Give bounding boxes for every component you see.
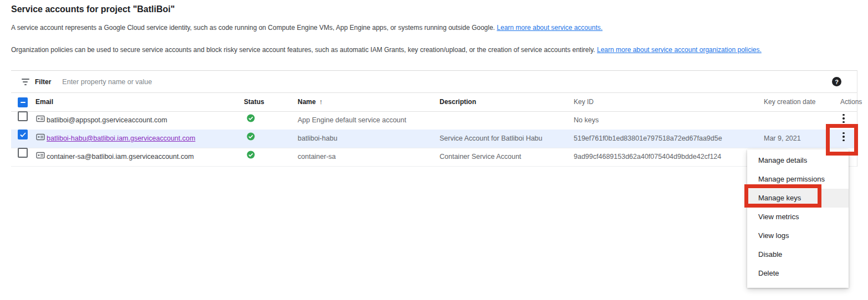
help-icon[interactable]: ?	[832, 77, 841, 86]
filter-input[interactable]	[61, 77, 832, 86]
sort-ascending-arrow-icon: ↑	[319, 97, 323, 106]
name-cell: App Engine default service account	[298, 111, 406, 130]
menu-item-view-logs[interactable]: View logs	[747, 226, 849, 245]
key-creation-date-cell: Mar 9, 2021	[764, 130, 801, 148]
table-header-row: Email Status Name↑ Description Key ID Ke…	[11, 92, 857, 112]
menu-item-view-metrics[interactable]: View metrics	[747, 208, 849, 226]
service-account-icon	[36, 111, 45, 130]
key-id-cell: 9ad99cf4689153d62a40f075404d9bdde42cf124	[574, 148, 721, 166]
header-key-id[interactable]: Key ID	[574, 92, 594, 111]
table-row: container-sa@batliboi.iam.gserviceaccoun…	[11, 148, 857, 167]
table-row: batliboi-habu@batliboi.iam.gserviceaccou…	[11, 130, 857, 148]
org-policy-text-body: Organization policies can be used to sec…	[11, 46, 597, 54]
kebab-icon	[837, 111, 850, 126]
email-link[interactable]: container-sa@batliboi.iam.gserviceaccoun…	[47, 148, 194, 166]
page-title: Service accounts for project "BatliBoi"	[11, 4, 175, 14]
kebab-icon	[837, 130, 850, 144]
service-account-icon	[36, 148, 45, 166]
filter-bar: Filter ?	[11, 71, 857, 93]
description-cell: Container Service Account	[440, 148, 521, 166]
learn-more-org-policies-link[interactable]: Learn more about service account organiz…	[597, 46, 762, 54]
service-account-icon	[36, 130, 45, 148]
header-email[interactable]: Email	[35, 92, 53, 111]
table-row: batliboi@appspot.gserviceaccount.com App…	[11, 111, 857, 130]
menu-item-manage-keys[interactable]: Manage keys	[747, 189, 849, 208]
menu-item-manage-permissions[interactable]: Manage permissions	[747, 170, 849, 189]
key-id-cell: No keys	[574, 111, 599, 130]
filter-icon[interactable]	[21, 77, 29, 86]
email-link[interactable]: batliboi-habu@batliboi.iam.gserviceaccou…	[47, 130, 195, 148]
learn-more-service-accounts-link[interactable]: Learn more about service accounts.	[497, 24, 603, 32]
email-link[interactable]: batliboi@appspot.gserviceaccount.com	[47, 111, 167, 130]
filter-label: Filter	[35, 78, 51, 86]
header-description[interactable]: Description	[440, 92, 476, 111]
checkmark-icon	[20, 132, 26, 137]
menu-item-delete[interactable]: Delete	[747, 264, 849, 283]
intro-text-body: A service account represents a Google Cl…	[11, 24, 497, 32]
row-actions-button[interactable]	[837, 130, 850, 144]
row-checkbox[interactable]	[18, 111, 28, 121]
row-actions-button[interactable]	[837, 111, 850, 126]
status-active-icon	[247, 111, 255, 130]
select-all-checkbox[interactable]	[18, 97, 28, 107]
status-active-icon	[247, 148, 255, 166]
menu-item-disable[interactable]: Disable	[747, 245, 849, 264]
name-cell: batliboi-habu	[298, 130, 338, 148]
header-status[interactable]: Status	[244, 92, 264, 111]
header-name[interactable]: Name↑	[298, 92, 323, 111]
description-cell: Service Account for Batliboi Habu	[440, 130, 543, 148]
row-actions-context-menu: Manage details Manage permissions Manage…	[747, 149, 849, 288]
header-key-creation-date[interactable]: Key creation date	[764, 92, 815, 111]
org-policy-text: Organization policies can be used to sec…	[11, 46, 762, 54]
name-cell: container-sa	[298, 148, 336, 166]
header-actions: Actions	[840, 92, 862, 111]
service-accounts-table-card: Filter ? Email Status Name↑ Description …	[11, 70, 857, 167]
key-id-cell: 519ef761f0b1ed83801e797518a72ed67faa9d5e	[574, 130, 722, 148]
intro-text: A service account represents a Google Cl…	[11, 24, 603, 32]
menu-item-manage-details[interactable]: Manage details	[747, 151, 849, 170]
row-checkbox[interactable]	[18, 148, 28, 158]
row-checkbox[interactable]	[18, 130, 28, 139]
status-active-icon	[247, 130, 255, 148]
indeterminate-icon	[21, 102, 25, 103]
